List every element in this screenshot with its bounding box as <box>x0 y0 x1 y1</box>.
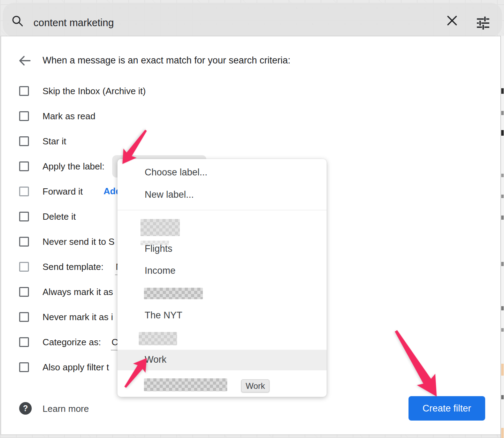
menu-item-redacted[interactable] <box>139 332 177 345</box>
learn-more-link[interactable]: Learn more <box>43 403 89 414</box>
checkbox-also-apply[interactable] <box>19 362 29 372</box>
menu-item-redacted[interactable] <box>144 288 203 299</box>
checkbox-never-important[interactable] <box>19 312 29 322</box>
menu-item-flights[interactable]: Flights <box>145 243 173 254</box>
search-bar[interactable]: content marketing <box>3 3 502 37</box>
menu-item-redacted[interactable] <box>140 219 180 236</box>
filter-row-mark-as-read: Mark as read <box>19 104 403 129</box>
gmail-filter-screen: content marketing When a message is an e… <box>0 0 504 438</box>
filter-label: Categorize as: <box>43 337 101 348</box>
create-filter-button[interactable]: Create filter <box>408 396 485 421</box>
menu-item-choose-label[interactable]: Choose label... <box>145 167 207 178</box>
filter-label: Also apply filter t <box>43 362 109 373</box>
filter-label: Delete it <box>43 211 76 222</box>
search-options-tune-icon[interactable] <box>476 16 490 30</box>
menu-item-income[interactable]: Income <box>145 265 176 276</box>
filter-label: Never send it to S <box>43 236 115 247</box>
menu-item-redacted[interactable] <box>144 378 227 391</box>
filter-label: Never mark it as i <box>43 312 113 323</box>
filter-label: Send template: <box>43 262 104 272</box>
menu-item-new-label[interactable]: New label... <box>145 189 194 200</box>
filter-label: Star it <box>43 136 66 147</box>
page-title: When a message is an exact match for you… <box>43 55 290 66</box>
help-question-mark-icon[interactable]: ? <box>19 402 32 415</box>
checkbox-categorize-as[interactable] <box>19 337 29 347</box>
filter-label: Forward it <box>43 186 83 197</box>
checkbox-forward-it[interactable] <box>19 187 29 196</box>
menu-item-the-nyt[interactable]: The NYT <box>145 310 182 321</box>
checkbox-never-spam[interactable] <box>19 237 29 247</box>
checkbox-apply-label[interactable] <box>19 161 29 171</box>
search-input[interactable]: content marketing <box>33 17 114 29</box>
checkbox-mark-as-read[interactable] <box>19 111 29 121</box>
search-icon <box>11 15 24 28</box>
checkbox-send-template[interactable] <box>19 262 29 272</box>
clear-search-icon[interactable] <box>446 15 458 27</box>
background-page-sliver <box>501 36 504 438</box>
filter-row-skip-inbox: Skip the Inbox (Archive it) <box>19 78 403 104</box>
checkbox-star-it[interactable] <box>19 136 29 146</box>
checkbox-always-important[interactable] <box>19 287 29 297</box>
filter-row-star-it: Star it <box>19 129 403 154</box>
filter-label: Always mark it as <box>43 287 113 297</box>
filter-label: Mark as read <box>43 111 96 122</box>
work-tooltip: Work <box>241 379 269 392</box>
back-arrow-icon[interactable] <box>18 55 31 67</box>
filter-label: Apply the label: <box>43 161 105 172</box>
checkbox-delete-it[interactable] <box>19 212 29 221</box>
checkbox-skip-inbox[interactable] <box>19 86 29 96</box>
menu-divider <box>117 210 327 210</box>
filter-label: Skip the Inbox (Archive it) <box>43 86 146 97</box>
